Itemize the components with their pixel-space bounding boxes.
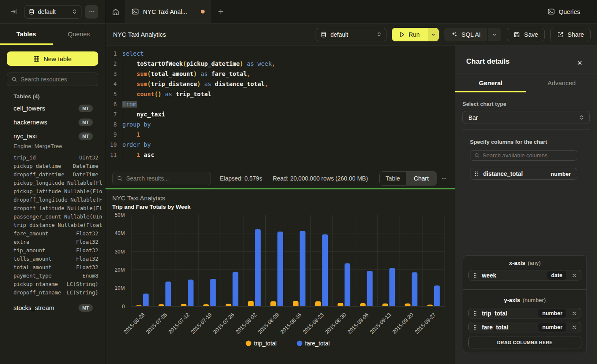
y-axis-title: y-axis(number) [468, 297, 581, 304]
table-row-stocks-stream[interactable]: stocks_stream MT [7, 301, 98, 315]
line-number: 9 [105, 129, 117, 140]
toolbar-database-select[interactable]: default [316, 28, 386, 41]
columns-search-input[interactable] [483, 152, 573, 159]
editor-line: 5 count() as trip_total [105, 89, 455, 99]
svg-text:2015-06-28: 2015-06-28 [123, 312, 146, 335]
chevron-updown-icon [377, 32, 381, 37]
column-name: dropoff_latitude [14, 204, 64, 213]
sql-ai-options-button[interactable] [487, 28, 501, 41]
chart-container[interactable]: NYC Taxi AnalyticsTrip and Fare Totals b… [105, 189, 455, 364]
svg-text:2015-09-27: 2015-09-27 [413, 312, 437, 335]
home-button[interactable] [105, 0, 126, 23]
column-type-badge: date [547, 271, 566, 280]
queries-button[interactable]: Queries [538, 0, 597, 23]
new-table-button[interactable]: New table [7, 51, 98, 66]
workzone: 1select2 toStartOfWeek(pickup_datetime) … [105, 46, 597, 364]
x-axis-item-week[interactable]: week date [468, 270, 581, 280]
run-button-group: Run [392, 28, 439, 41]
database-icon [29, 9, 35, 15]
tables-section-label: Tables (4) [7, 93, 98, 100]
sidebar-more-button[interactable] [85, 5, 98, 19]
query-tab[interactable]: NYC Taxi Anal... [126, 0, 211, 23]
code-text: nyc_taxi [117, 109, 165, 119]
table-name: hackernews [14, 119, 47, 126]
sidebar-tab-queries[interactable]: Queries [53, 24, 105, 44]
svg-text:2015-08-30: 2015-08-30 [324, 312, 347, 335]
collapse-sidebar-button[interactable] [7, 7, 21, 17]
new-tab-button[interactable] [211, 0, 230, 23]
results-more-button[interactable] [437, 175, 451, 182]
column-type: Enum8 [82, 272, 98, 280]
ellipsis-icon [89, 8, 95, 15]
y-axis-item-fare-total[interactable]: fare_total number [468, 322, 581, 332]
column-list: trip_idUInt32pickup_datetimeDateTimedrop… [7, 154, 98, 297]
view-toggle-chart[interactable]: Chart [406, 172, 437, 185]
sql-ai-label: SQL AI [462, 31, 481, 38]
column-name: pickup_latitude [14, 187, 61, 196]
line-number: 7 [105, 109, 117, 119]
results-search-input[interactable] [126, 175, 206, 182]
line-number: 5 [105, 89, 117, 99]
chart-type-select[interactable]: Bar [462, 111, 590, 124]
sql-ai-button-group: SQL AI [444, 28, 501, 41]
drag-columns-dropzone[interactable]: DRAG COLUMNS HERE [468, 337, 581, 348]
table-row-nyc-taxi[interactable]: nyc_taxi MT [7, 129, 98, 143]
remove-column-button[interactable] [572, 311, 577, 316]
share-button[interactable]: Share [550, 28, 591, 41]
topbar: NYC Taxi Anal... Queries [105, 0, 597, 24]
run-button[interactable]: Run [392, 28, 428, 41]
play-icon [399, 32, 405, 38]
view-toggle-table[interactable]: Table [380, 172, 406, 185]
drag-handle-icon [473, 324, 477, 330]
column-name: dropoff_longitude [14, 196, 68, 204]
svg-text:NYC Taxi Analytics: NYC Taxi Analytics [112, 194, 165, 202]
sidebar-tab-tables[interactable]: Tables [0, 24, 53, 44]
svg-text:fare_total: fare_total [305, 340, 330, 347]
column-row: tolls_amountFloat32 [14, 255, 98, 263]
table-row-cell-towers[interactable]: cell_towers MT [7, 101, 98, 115]
divider [462, 251, 590, 251]
close-panel-button[interactable] [577, 60, 583, 66]
save-button[interactable]: Save [507, 28, 545, 41]
svg-text:2015-08-23: 2015-08-23 [302, 312, 325, 335]
svg-text:2015-07-12: 2015-07-12 [167, 312, 191, 335]
app: default Tables Queries New table Tables … [0, 0, 597, 364]
close-icon [572, 325, 577, 330]
y-axis-item-trip-total[interactable]: trip_total number [468, 308, 581, 318]
table-name: cell_towers [14, 105, 45, 112]
chart-type-label: Select chart type [462, 101, 590, 107]
remove-column-button[interactable] [572, 273, 577, 278]
remove-column-button[interactable] [572, 325, 577, 330]
sql-editor[interactable]: 1select2 toStartOfWeek(pickup_datetime) … [105, 46, 455, 169]
table-row-hackernews[interactable]: hackernews MT [7, 115, 98, 129]
column-name: distance_total [483, 170, 546, 177]
close-icon [577, 60, 583, 66]
query-toolbar: NYC Taxi Analytics default Run [105, 24, 597, 46]
drag-handle-icon [473, 310, 477, 316]
table-engine-detail: Engine: MergeTree [7, 143, 98, 150]
svg-text:2015-09-06: 2015-09-06 [346, 312, 370, 335]
column-row: pickup_datetimeDateTime [14, 162, 98, 170]
panel-tab-general[interactable]: General [455, 73, 526, 92]
sidebar-search-input[interactable] [21, 76, 94, 83]
column-row: tip_amountFloat32 [14, 246, 98, 255]
available-column-distance-total[interactable]: distance_total number [470, 168, 577, 180]
panel-tab-advanced[interactable]: Advanced [526, 73, 597, 92]
close-icon [572, 311, 577, 316]
query-tab-title: NYC Taxi Anal... [143, 8, 197, 15]
code-text: 1 [117, 129, 140, 140]
database-icon [321, 32, 327, 38]
axis-column-name: fare_total [482, 324, 534, 331]
line-number: 4 [105, 79, 117, 89]
home-icon [112, 8, 119, 16]
column-name: fare_amount [14, 229, 49, 238]
x-axis-title: x-axis(any) [468, 259, 581, 267]
run-options-button[interactable] [428, 28, 439, 41]
line-number: 2 [105, 59, 117, 69]
run-label: Run [408, 31, 420, 38]
sidebar-database-select[interactable]: default [24, 5, 81, 19]
axis-mapping-box: x-axis(any) week date y-axis(number) tri… [463, 255, 587, 353]
line-number: 11 [105, 150, 117, 160]
line-number: 10 [105, 140, 117, 150]
sql-ai-button[interactable]: SQL AI [444, 28, 487, 41]
